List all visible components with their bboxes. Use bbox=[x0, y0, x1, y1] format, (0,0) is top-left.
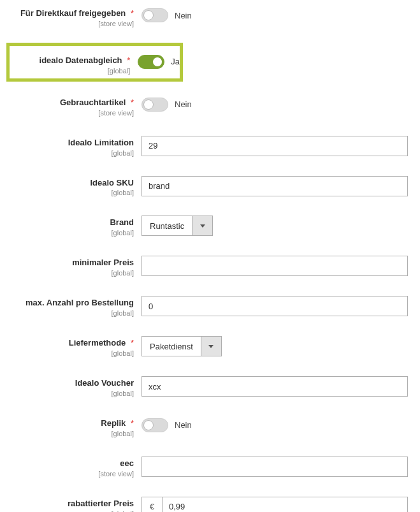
gebraucht-toggle-state: Nein bbox=[175, 99, 192, 109]
gebraucht-label: Gebrauchtartikel bbox=[60, 98, 126, 107]
highlight-box: idealo Datenabgleich * [global] Ja bbox=[6, 43, 183, 82]
direktkauf-label: Für Direktkauf freigegeben bbox=[20, 8, 126, 18]
rabatt-label: rabattierter Preis bbox=[68, 499, 134, 508]
required-asterisk: * bbox=[131, 98, 134, 107]
currency-symbol: € bbox=[141, 497, 162, 512]
brand-select-value: Runtastic bbox=[141, 216, 192, 236]
liefer-scope: [global] bbox=[8, 349, 134, 357]
replik-label: Replik bbox=[101, 418, 126, 428]
rabatt-input[interactable] bbox=[162, 497, 408, 512]
minpreis-input[interactable] bbox=[141, 256, 408, 276]
gebraucht-scope: [store view] bbox=[8, 109, 134, 117]
datenabgleich-toggle[interactable] bbox=[138, 55, 164, 69]
maxanzahl-input[interactable] bbox=[141, 296, 408, 316]
limitation-scope: [global] bbox=[8, 149, 134, 157]
brand-scope: [global] bbox=[8, 229, 134, 237]
required-asterisk: * bbox=[131, 338, 134, 347]
maxanzahl-scope: [global] bbox=[8, 309, 134, 317]
required-asterisk: * bbox=[127, 55, 130, 65]
replik-toggle[interactable] bbox=[141, 418, 168, 432]
direktkauf-toggle[interactable] bbox=[141, 8, 168, 22]
brand-select[interactable]: Runtastic bbox=[141, 216, 213, 236]
direktkauf-scope: [store view] bbox=[8, 20, 134, 27]
liefer-select-value: Paketdienst bbox=[141, 336, 201, 356]
brand-label: Brand bbox=[110, 217, 134, 227]
voucher-input[interactable] bbox=[141, 376, 408, 397]
caret-down-icon bbox=[200, 224, 205, 228]
limitation-input[interactable] bbox=[141, 136, 408, 156]
minpreis-scope: [global] bbox=[8, 269, 134, 277]
maxanzahl-label: max. Anzahl pro Bestellung bbox=[25, 298, 134, 307]
caret-down-icon bbox=[208, 345, 214, 348]
voucher-scope: [global] bbox=[8, 390, 134, 397]
sku-input[interactable] bbox=[141, 176, 408, 196]
sku-scope: [global] bbox=[8, 189, 134, 196]
datenabgleich-toggle-state: Ja bbox=[171, 57, 180, 66]
rabatt-scope: [global] bbox=[8, 510, 134, 512]
gebraucht-toggle[interactable] bbox=[141, 98, 168, 112]
liefer-select[interactable]: Paketdienst bbox=[141, 336, 222, 356]
brand-select-button[interactable] bbox=[192, 216, 213, 236]
liefer-select-button[interactable] bbox=[201, 336, 222, 356]
required-asterisk: * bbox=[131, 418, 134, 428]
limitation-label: Idealo Limitation bbox=[68, 138, 134, 147]
eec-input[interactable] bbox=[141, 457, 408, 477]
voucher-label: Idealo Voucher bbox=[75, 378, 134, 388]
minpreis-label: minimaler Preis bbox=[72, 258, 134, 267]
eec-label: eec bbox=[120, 458, 134, 468]
datenabgleich-label: idealo Datenabgleich bbox=[40, 55, 122, 65]
sku-label: Idealo SKU bbox=[90, 178, 134, 187]
required-asterisk: * bbox=[131, 8, 134, 18]
replik-scope: [global] bbox=[8, 430, 134, 437]
liefer-label: Liefermethode bbox=[69, 338, 126, 347]
direktkauf-toggle-state: Nein bbox=[175, 11, 192, 20]
datenabgleich-scope: [global] bbox=[10, 67, 130, 75]
replik-toggle-state: Nein bbox=[175, 420, 192, 430]
eec-scope: [store view] bbox=[8, 470, 134, 478]
